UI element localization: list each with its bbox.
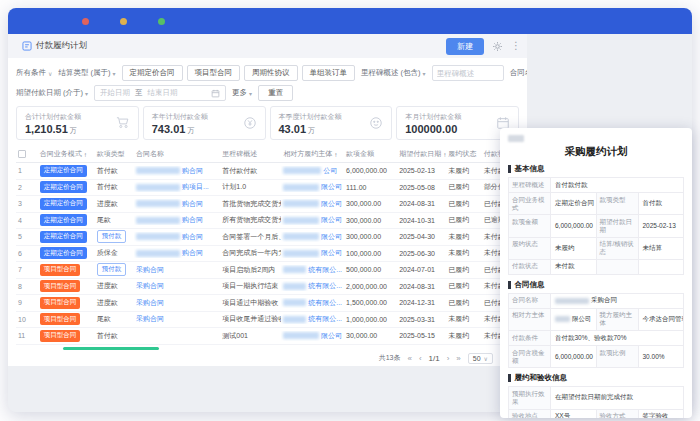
sort-arrow-icon[interactable]: ↑	[84, 151, 87, 158]
sort-arrow-icon[interactable]: ↑	[334, 151, 337, 158]
field-value: 30.00%	[639, 346, 684, 367]
field-value: 定期定价合同	[551, 193, 597, 214]
field-value: 在期望付款日期前完成付款	[551, 387, 683, 408]
settlement-type-options: 定期定价合同项目型合同周期性协议单组装订单	[122, 65, 356, 81]
tab-payment-plan[interactable]: 付款履约计划	[22, 40, 87, 52]
contract-link[interactable]: 购合同	[182, 166, 203, 176]
counterparty-link[interactable]: 公司	[323, 166, 337, 176]
select-all-checkbox[interactable]	[18, 150, 26, 158]
table-row[interactable]: 9项目型合同进度款采购合同项目通过中期验收统有限公...1,500,000.00…	[16, 295, 519, 312]
summary-card-unit: 万	[187, 127, 194, 134]
field-value: 首付款30%、验收款70%	[551, 331, 683, 345]
tab-bar: 付款履约计划 新建 ⋮	[8, 34, 527, 58]
table-row[interactable]: 4定期定价合同尾款购合同所有货物完成交货并验...限公司300,000.0020…	[16, 213, 519, 230]
field-row: 合同业务模式定期定价合同款项类型首付款	[509, 193, 683, 215]
contract-link[interactable]: 购合同	[182, 248, 203, 258]
calendar-icon	[211, 89, 220, 98]
window-zoom-button[interactable]	[158, 18, 165, 25]
contract-link[interactable]: 采购合同	[136, 265, 164, 275]
table-row[interactable]: 6定期定价合同质保金购合同合同完成后一年内无质...限公司100,000.002…	[16, 246, 519, 263]
prev-page-button[interactable]: ‹	[419, 354, 422, 363]
contract-link[interactable]: 购合同	[182, 199, 203, 209]
field-value: 未结算	[639, 238, 684, 259]
page-size-select[interactable]: 50∨	[468, 353, 493, 364]
contract-link[interactable]: 采购合同	[136, 314, 164, 324]
milestone-text: 计划1.0	[220, 182, 281, 192]
field-value: 6,000,000.00	[551, 346, 597, 367]
reset-button[interactable]: 重置	[258, 85, 293, 101]
settlement-type-option[interactable]: 单组装订单	[302, 65, 356, 81]
amount-value: 1,000,000.00	[344, 316, 397, 323]
payment-type: 首付款	[97, 182, 118, 192]
table-row[interactable]: 11项目型合同首付款测试001限公司30,000.002025-05-15未履约…	[16, 328, 519, 345]
document-icon	[22, 41, 32, 51]
table-row[interactable]: 10项目型合同尾款采购合同项目收尾并通过验收统有限公...1,000,000.0…	[16, 312, 519, 329]
field-row: 合同名称采购合同	[509, 294, 683, 309]
date-to-label: 至	[135, 88, 143, 98]
field-label: 付款条件	[509, 331, 551, 345]
counterparty-link[interactable]: 限公司	[321, 248, 342, 258]
counterparty-link[interactable]: 统有限公...	[308, 281, 342, 291]
field-row: 履约状态未履约结算/核销状态未结算	[509, 238, 683, 260]
expected-date: 2024-07-01	[397, 266, 446, 273]
contract-mode-badge: 项目型合同	[40, 313, 81, 325]
contract-link[interactable]: 采购合同	[136, 281, 164, 291]
field-row: 合同含税金额6,000,000.00款项比例30.00%	[509, 346, 683, 367]
column-header: 期望付款日期↑	[397, 149, 446, 159]
all-conditions-dropdown[interactable]: 所有条件∨	[16, 68, 52, 78]
row-index: 1	[16, 167, 38, 174]
summary-card-label: 本年计划付款金额	[152, 112, 208, 122]
tab-label: 付款履约计划	[36, 40, 87, 52]
table-row[interactable]: 1定期定价合同首付款购合同首付款付款公司6,000,000.002025-02-…	[16, 163, 519, 180]
row-index: 6	[16, 250, 38, 257]
settlement-type-option[interactable]: 定期定价合同	[122, 65, 183, 81]
pagination: 共13条 « ‹ 1/1 › » 50∨	[16, 353, 493, 364]
expected-date: 2024-12-31	[397, 299, 446, 306]
more-menu-icon[interactable]: ⋮	[511, 41, 521, 51]
column-header: 合同业务模式↑	[38, 149, 95, 159]
horizontal-scrollbar[interactable]	[63, 347, 159, 350]
contract-link[interactable]: 采购合同	[136, 298, 164, 308]
counterparty-link[interactable]: 限公司	[321, 232, 342, 242]
milestone-filter-label[interactable]: 里程碑概述 (包含)▾	[361, 68, 426, 78]
table-row[interactable]: 5定期定价合同预付款购合同合同签署一个月后、支...限公司300,000.002…	[16, 229, 519, 246]
table-row[interactable]: 8项目型合同进度款采购合同项目一期执行结束统有限公...2,000,000.00…	[16, 279, 519, 296]
next-page-button[interactable]: ›	[447, 354, 450, 363]
expected-date-filter-label[interactable]: 期望付款日期 (介于)▾	[16, 88, 88, 98]
window-minimize-button[interactable]	[120, 18, 127, 25]
contract-link[interactable]: 购项目...	[182, 182, 209, 192]
table-row[interactable]: 7项目型合同预付款采购合同项目启动后2周内统有限公...500,000.0020…	[16, 262, 519, 279]
contract-mode-badge: 定期定价合同	[40, 214, 87, 226]
settlement-type-option[interactable]: 项目型合同	[187, 65, 241, 81]
counterparty-link[interactable]: 统有限公...	[308, 265, 342, 275]
expected-date: 2025-06-30	[397, 250, 446, 257]
milestone-input[interactable]	[432, 65, 504, 81]
counterparty-link[interactable]: 统有限公...	[308, 314, 342, 324]
counterparty-link[interactable]: 限公司	[321, 215, 342, 225]
expected-date: 2025-04-30	[397, 233, 446, 240]
contract-mode-badge: 项目型合同	[40, 330, 81, 342]
table-row[interactable]: 3定期定价合同进度款购合同首批货物完成交货并验...限公司300,000.002…	[16, 196, 519, 213]
counterparty-link[interactable]: 限公司	[321, 182, 342, 192]
counterparty-link[interactable]: 限公司	[321, 331, 342, 341]
contract-link[interactable]: 购合同	[182, 232, 203, 242]
contract-name-filter-label[interactable]: 合同名称▾	[510, 68, 527, 78]
settlement-type-label[interactable]: 结算类型 (属于)▾	[58, 68, 115, 78]
table-row[interactable]: 2定期定价合同首付款购项目...计划1.0限公司111.002025-05-08…	[16, 180, 519, 197]
summary-card: 本年计划付款金额743.01万	[143, 106, 266, 140]
counterparty-link[interactable]: 限公司	[321, 199, 342, 209]
field-label: 付款状态	[509, 260, 551, 274]
performance-status: 未履约	[446, 232, 481, 242]
new-button[interactable]: 新建	[446, 38, 484, 55]
contract-mode-badge: 项目型合同	[40, 297, 81, 309]
contract-link[interactable]: 购合同	[182, 215, 203, 225]
last-page-button[interactable]: »	[456, 354, 460, 363]
date-range-input[interactable]: 开始日期 至 结束日期	[94, 85, 226, 101]
settings-icon[interactable]	[492, 41, 503, 52]
more-filters-button[interactable]: 更多▾	[232, 88, 252, 98]
row-index: 7	[16, 266, 38, 273]
settlement-type-option[interactable]: 周期性协议	[244, 65, 298, 81]
counterparty-link[interactable]: 统有限公...	[308, 298, 342, 308]
window-close-button[interactable]	[82, 18, 89, 25]
first-page-button[interactable]: «	[407, 354, 411, 363]
